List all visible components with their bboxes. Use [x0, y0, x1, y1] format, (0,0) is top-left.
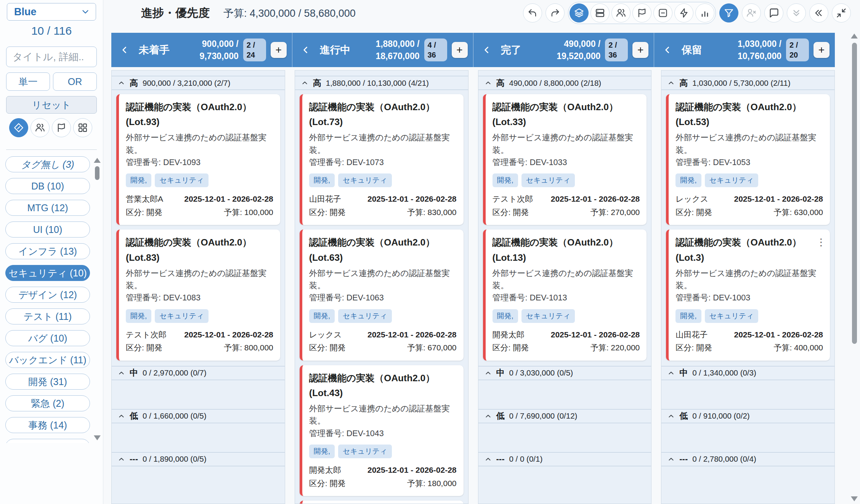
priority-label: 中 [679, 367, 688, 379]
priority-group-header[interactable]: 高900,000 / 3,210,000 (2/7) [112, 76, 285, 90]
priority-group-header[interactable]: 高1,030,000 / 5,730,000 (2/11) [661, 76, 834, 90]
tag-pill[interactable]: バグ (10) [5, 330, 90, 346]
column-collapse-chevron-left-icon[interactable] [301, 45, 311, 55]
task-card[interactable]: 認証機能の実装（OAuth2.0）(Lot.3)外部サービス連携のための認証基盤… [666, 230, 830, 360]
rows-button[interactable] [590, 3, 610, 22]
message-button[interactable] [764, 3, 783, 22]
priority-group-header[interactable]: 中0 / 2,970,000 (0/7) [112, 366, 285, 380]
undo-button[interactable] [523, 3, 542, 22]
priority-group-header[interactable]: 高490,000 / 8,800,000 (2/18) [478, 76, 651, 90]
priority-group-header[interactable]: 中0 / 1,340,000 (0/3) [661, 366, 834, 380]
search-input[interactable] [6, 47, 97, 67]
empty-group-dropzone[interactable] [478, 423, 651, 447]
task-card[interactable]: 認証機能の実装（OAuth2.0）(Lot.43)外部サービス連携のための認証基… [300, 365, 464, 496]
empty-group-dropzone[interactable] [112, 423, 285, 447]
sidebar-scroll-down-arrow[interactable] [94, 435, 101, 440]
tag-pill[interactable]: 緊急 (2) [5, 395, 90, 411]
task-card[interactable]: 認証機能の実装（OAuth2.0）(Lot.23)外部サービス連携のための認証基… [300, 501, 464, 504]
flag-filter-button[interactable] [52, 118, 71, 137]
tag-pill[interactable]: DB (10) [5, 178, 90, 194]
priority-group-header[interactable]: 低0 / 1,660,000 (0/5) [112, 409, 285, 423]
priority-group-header[interactable]: 高1,880,000 / 10,130,000 (4/21) [295, 76, 468, 90]
tag-pill[interactable]: バックエンド (11) [5, 352, 90, 368]
tag-pill[interactable]: 事務 (14) [5, 417, 90, 433]
priority-label: --- [130, 454, 138, 464]
layers-button[interactable] [570, 3, 589, 22]
empty-group-dropzone[interactable] [478, 466, 651, 490]
priority-summary: 1,030,000 / 5,730,000 (2/11) [692, 79, 790, 88]
card-tag-chip: 開発, [309, 173, 335, 187]
empty-group-dropzone[interactable] [112, 380, 285, 404]
card-tags: 開発,セキュリティ [493, 173, 640, 187]
empty-group-dropzone[interactable] [112, 466, 285, 490]
tag-pill[interactable]: テスト (11) [5, 308, 90, 324]
empty-group-dropzone[interactable] [661, 466, 834, 490]
board-scrollbar-thumb[interactable] [852, 43, 857, 344]
minimize-button[interactable] [832, 3, 851, 22]
zap-button[interactable] [674, 3, 693, 22]
card-dates: 2025-12-01 - 2026-02-28 [734, 193, 823, 206]
column-collapse-chevron-left-icon[interactable] [120, 45, 130, 55]
task-card[interactable]: 認証機能の実装（OAuth2.0）(Lot.33)外部サービス連携のための認証基… [483, 94, 647, 225]
bar-chart-button[interactable] [695, 3, 714, 22]
sidebar: Blue 10 / 116 単一 OR リセット タグ無し (3)DB (10)… [0, 0, 103, 504]
flag-button[interactable] [632, 3, 651, 22]
filter-button[interactable] [719, 3, 738, 22]
add-card-button[interactable]: + [813, 42, 830, 58]
empty-group-dropzone[interactable] [478, 380, 651, 404]
tag-pill[interactable]: MTG (12) [5, 200, 90, 216]
users-filter-button[interactable] [30, 118, 50, 137]
task-card[interactable]: 認証機能の実装（OAuth2.0）(Lot.63)外部サービス連携のための認証基… [300, 230, 464, 360]
card-list: 認証機能の実装（OAuth2.0）(Lot.73)外部サービス連携のための認証基… [295, 90, 468, 504]
task-card[interactable]: 認証機能の実装（OAuth2.0）(Lot.93)外部サービス連携のための認証基… [116, 94, 280, 225]
priority-summary: 0 / 0 (0/1) [509, 454, 542, 464]
users-button[interactable] [611, 3, 631, 22]
card-category: 区分: 開発 [493, 341, 529, 355]
tag-pill[interactable]: デザイン (12) [5, 287, 90, 303]
chevrons-left-button[interactable] [809, 3, 828, 22]
column-collapse-chevron-left-icon[interactable] [663, 45, 672, 55]
grid-filter-button[interactable] [73, 118, 92, 137]
tag-pill-partial[interactable] [5, 439, 90, 443]
priority-group-header[interactable]: 低0 / 910,000 (0/2) [661, 409, 834, 423]
task-card[interactable]: 認証機能の実装（OAuth2.0）(Lot.13)外部サービス連携のための認証基… [483, 230, 647, 360]
column-collapse-chevron-left-icon[interactable] [482, 45, 492, 55]
task-card[interactable]: 認証機能の実装（OAuth2.0）(Lot.73)外部サービス連携のための認証基… [300, 94, 464, 225]
board-scroll-up-arrow[interactable] [851, 34, 858, 39]
tag-pill[interactable]: UI (10) [5, 222, 90, 238]
minus-square-button[interactable] [653, 3, 672, 22]
board-scroll-down-arrow[interactable] [851, 496, 858, 501]
task-card[interactable]: 認証機能の実装（OAuth2.0）(Lot.83)外部サービス連携のための認証基… [116, 230, 280, 360]
card-menu-button[interactable]: ⋮ [814, 234, 827, 249]
task-card[interactable]: 認証機能の実装（OAuth2.0）(Lot.53)外部サービス連携のための認証基… [666, 94, 830, 225]
tag-pill[interactable]: 開発 (31) [5, 374, 90, 390]
tag-filter-button[interactable] [9, 118, 28, 137]
add-card-button[interactable]: + [632, 42, 648, 58]
or-mode-button[interactable]: OR [53, 72, 97, 91]
single-mode-button[interactable]: 単一 [6, 72, 50, 91]
card-budget: 予算: 830,000 [407, 206, 457, 219]
sidebar-scrollbar-thumb[interactable] [95, 166, 99, 180]
priority-group-header[interactable]: ---0 / 2,780,000 (0/4) [661, 452, 834, 466]
card-title: 認証機能の実装（OAuth2.0）(Lot.43) [309, 371, 457, 400]
add-card-button[interactable]: + [271, 42, 287, 58]
empty-group-dropzone[interactable] [661, 423, 834, 447]
tag-pill[interactable]: タグ無し (3) [5, 156, 90, 172]
chevron-up-icon [485, 413, 492, 420]
sidebar-scroll-up-arrow[interactable] [94, 158, 101, 163]
empty-group-dropzone[interactable] [661, 380, 834, 404]
priority-group-header[interactable]: 中0 / 3,030,000 (0/5) [478, 366, 651, 380]
card-dates: 2025-12-01 - 2026-02-28 [551, 193, 640, 206]
chevrons-down-button[interactable] [787, 3, 806, 22]
card-title: 認証機能の実装（OAuth2.0）(Lot.73) [309, 100, 457, 129]
tag-pill[interactable]: セキュリティ (10) [5, 265, 90, 281]
reset-button[interactable]: リセット [6, 96, 97, 114]
redo-button[interactable] [546, 3, 565, 22]
add-card-button[interactable]: + [452, 42, 468, 58]
tag-pill[interactable]: インフラ (13) [5, 243, 90, 259]
priority-group-header[interactable]: ---0 / 0 (0/1) [478, 452, 651, 466]
theme-select[interactable]: Blue [7, 3, 96, 21]
priority-group-header[interactable]: ---0 / 1,890,000 (0/5) [112, 452, 285, 466]
user-x-button[interactable] [742, 3, 761, 22]
priority-group-header[interactable]: 低0 / 7,690,000 (0/12) [478, 409, 651, 423]
